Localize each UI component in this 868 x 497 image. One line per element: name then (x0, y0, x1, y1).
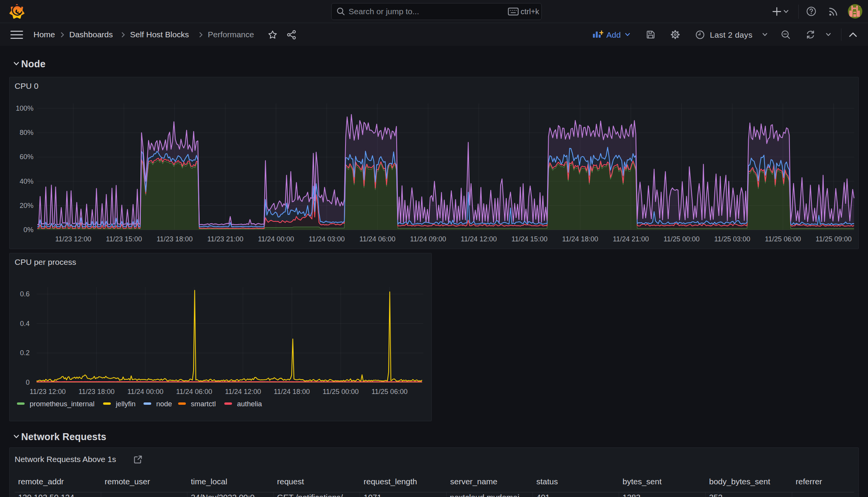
svg-text:node: node (156, 400, 172, 408)
svg-text:11/24 06:00: 11/24 06:00 (176, 388, 212, 396)
svg-text:11/25 00:00: 11/25 00:00 (664, 235, 700, 243)
svg-text:smartctl: smartctl (191, 400, 216, 408)
svg-text:11/25 00:00: 11/25 00:00 (323, 388, 359, 396)
svg-text:11/24 18:00: 11/24 18:00 (274, 388, 310, 396)
svg-text:100%: 100% (16, 105, 33, 112)
svg-text:20%: 20% (20, 202, 33, 209)
svg-text:11/25 03:00: 11/25 03:00 (714, 235, 750, 243)
svg-text:authelia: authelia (237, 400, 262, 408)
svg-text:11/23 15:00: 11/23 15:00 (106, 235, 142, 243)
svg-text:11/24 06:00: 11/24 06:00 (359, 235, 396, 243)
svg-text:prometheus_internal: prometheus_internal (30, 400, 95, 408)
svg-text:11/23 12:00: 11/23 12:00 (30, 388, 66, 396)
svg-text:11/25 06:00: 11/25 06:00 (371, 388, 407, 396)
svg-text:11/24 03:00: 11/24 03:00 (309, 235, 345, 243)
svg-text:11/24 21:00: 11/24 21:00 (613, 235, 649, 243)
svg-text:11/23 12:00: 11/23 12:00 (55, 235, 91, 243)
svg-text:11/23 18:00: 11/23 18:00 (78, 388, 115, 396)
svg-text:0%: 0% (23, 226, 33, 234)
svg-text:0.2: 0.2 (20, 349, 30, 357)
svg-text:11/24 00:00: 11/24 00:00 (127, 388, 164, 396)
svg-text:40%: 40% (20, 178, 33, 185)
svg-text:11/24 12:00: 11/24 12:00 (461, 235, 497, 243)
svg-text:60%: 60% (20, 153, 33, 161)
svg-text:0.6: 0.6 (20, 290, 30, 298)
svg-text:11/23 18:00: 11/23 18:00 (157, 235, 193, 243)
svg-text:11/24 00:00: 11/24 00:00 (258, 235, 294, 243)
svg-text:11/24 18:00: 11/24 18:00 (562, 235, 598, 243)
svg-text:0: 0 (26, 379, 30, 386)
svg-text:11/23 21:00: 11/23 21:00 (207, 235, 244, 243)
svg-text:0.4: 0.4 (20, 320, 30, 327)
svg-text:11/25 06:00: 11/25 06:00 (765, 235, 801, 243)
svg-text:11/24 15:00: 11/24 15:00 (511, 235, 548, 243)
svg-text:jellyfin: jellyfin (115, 400, 135, 408)
svg-text:80%: 80% (20, 129, 33, 136)
svg-text:11/24 09:00: 11/24 09:00 (410, 235, 446, 243)
svg-text:11/25 09:00: 11/25 09:00 (816, 235, 852, 243)
svg-text:11/24 12:00: 11/24 12:00 (225, 388, 261, 396)
